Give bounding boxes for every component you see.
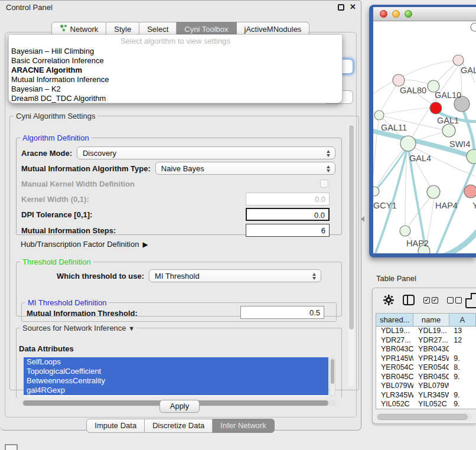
hub-definition-label: Hub/Transcription Factor Definition xyxy=(21,240,139,249)
tab-discretize-data[interactable]: Discretize Data xyxy=(145,419,213,433)
network-window-titlebar[interactable] xyxy=(373,7,476,21)
table-cell: YBL079W xyxy=(413,381,449,391)
algorithm-option[interactable]: Bayesian – K2 xyxy=(9,84,342,94)
network-node[interactable] xyxy=(471,23,476,31)
network-edge xyxy=(373,117,379,175)
deselect-all-checkboxes-icon[interactable] xyxy=(447,297,462,304)
network-tree-icon xyxy=(60,24,67,34)
table-row[interactable]: YER054CYER054C8. xyxy=(376,363,476,373)
table-header-row: shared...nameA xyxy=(376,314,476,327)
network-edge xyxy=(382,107,432,115)
expand-arrow-icon: ▶ xyxy=(142,240,148,249)
network-node-label: HAP4 xyxy=(435,201,458,210)
data-attribute-item[interactable]: gal4RGexp xyxy=(24,386,328,395)
dpi-tolerance-field[interactable]: 0.0 xyxy=(246,208,330,221)
table-cell: YER054C xyxy=(376,363,413,373)
data-attribute-item[interactable]: TopologicalCoefficient xyxy=(24,367,328,376)
tab-infer-network[interactable]: Infer Network xyxy=(213,419,274,433)
table-cell: 9. xyxy=(449,354,476,364)
data-attribute-item[interactable]: BetweennessCentrality xyxy=(24,376,328,386)
algorithm-option[interactable]: ARACNE Algorithm xyxy=(9,66,342,75)
table-row[interactable]: YPR145WYPR145W9. xyxy=(376,354,476,364)
node-table: shared...nameA YDL19...YDL19...13YDR27..… xyxy=(376,313,476,409)
table-row[interactable]: YBL079WYBL079W xyxy=(376,381,476,391)
network-node-gal1[interactable] xyxy=(430,102,442,114)
mi-type-value: Naive Bayes xyxy=(161,164,204,173)
mi-steps-field[interactable]: 6 xyxy=(246,224,330,237)
apply-button[interactable]: Apply xyxy=(159,400,200,413)
table-row[interactable]: YDL19...YDL19...13 xyxy=(376,327,476,336)
which-threshold-label: Which threshold to use: xyxy=(57,272,144,281)
network-node-gal80[interactable] xyxy=(393,74,405,86)
attributes-vertical-scrollbar[interactable] xyxy=(330,357,335,396)
table-row[interactable]: YBR043CYBR043C xyxy=(376,345,476,354)
network-node-hap2[interactable] xyxy=(400,226,410,236)
kernel-width-field[interactable]: 0.0 xyxy=(246,193,330,206)
table-horizontal-scrollbar[interactable] xyxy=(376,413,472,420)
data-attribute-item[interactable]: SelfLoops xyxy=(24,357,328,367)
table-row[interactable]: YBR045CYBR045C9. xyxy=(376,373,476,382)
column-layout-icon[interactable] xyxy=(403,295,415,305)
tab-label: Network xyxy=(70,25,99,34)
mi-steps-label: Mutual Information Steps: xyxy=(21,226,116,235)
network-node-label: SWI4 xyxy=(449,139,470,149)
table-row[interactable]: YIL052CYIL052C9. xyxy=(376,400,476,409)
algorithm-option[interactable]: Dream8 DC_TDC Algorithm xyxy=(9,94,342,103)
algorithm-option[interactable]: Mutual Information Inference xyxy=(9,75,342,84)
threshold-definition-title: Threshold Definition xyxy=(20,257,93,266)
network-node-y[interactable] xyxy=(464,185,476,198)
network-node-gal4[interactable] xyxy=(400,136,416,151)
window-minimize-traffic-icon[interactable] xyxy=(392,10,400,18)
algorithm-option[interactable]: Basic Correlation Inference xyxy=(9,56,342,66)
tab-label: Discretize Data xyxy=(152,421,204,430)
aracne-mode-combo[interactable]: Discovery xyxy=(77,146,335,159)
float-window-icon[interactable] xyxy=(338,4,344,11)
table-cell: YBL079W xyxy=(376,381,413,391)
network-node[interactable] xyxy=(467,149,476,164)
network-node-hap4[interactable] xyxy=(427,185,440,198)
table-cell: YDR27... xyxy=(376,336,413,345)
control-panel-window: Control Panel ✕ NetworkStyleSelectCyni T… xyxy=(0,0,361,431)
gear-icon[interactable] xyxy=(383,295,394,305)
which-threshold-combo[interactable]: MI Threshold xyxy=(149,269,321,282)
mi-type-combo[interactable]: Naive Bayes xyxy=(155,162,335,175)
tab-impute-data[interactable]: Impute Data xyxy=(86,419,145,433)
table-column-header[interactable]: A xyxy=(449,314,476,327)
network-node-swi4[interactable] xyxy=(442,124,455,137)
manual-kernel-label: Manual Kernel Width Definition xyxy=(21,180,135,188)
mi-threshold-group: MI Threshold Definition Mutual Informati… xyxy=(21,298,337,322)
network-node-label: GAL80 xyxy=(400,86,426,95)
which-threshold-value: MI Threshold xyxy=(155,272,200,281)
table-cell: YLR345W xyxy=(376,391,413,400)
select-all-checkboxes-icon[interactable]: ✓✓ xyxy=(423,297,438,304)
collapsed-panel-icon[interactable] xyxy=(5,444,18,450)
split-pane-collapse-icon[interactable] xyxy=(361,216,364,222)
table-row[interactable]: YDR27...YDR27...12 xyxy=(376,336,476,345)
network-node-gal[interactable] xyxy=(453,55,464,66)
hub-definition-toggle[interactable]: Hub/Transcription Factor Definition▶ xyxy=(21,240,148,249)
collapse-arrow-icon[interactable]: ▼ xyxy=(128,325,135,332)
network-node-gcy1[interactable] xyxy=(373,187,379,196)
table-cell: 9. xyxy=(449,391,476,400)
network-node-label: GAL10 xyxy=(435,90,461,100)
cyni-algorithm-settings-title: Cyni Algorithm Settings xyxy=(14,112,97,120)
settings-vertical-scrollbar[interactable] xyxy=(348,124,354,386)
window-zoom-traffic-icon[interactable] xyxy=(405,10,412,18)
network-node-label: Y xyxy=(472,201,476,210)
network-view-window: GALGAL80GAL10GAL1SWI4GAL11GAL4GCY1HAP4YH… xyxy=(369,5,476,257)
window-close-traffic-icon[interactable] xyxy=(380,10,387,18)
manual-kernel-checkbox[interactable] xyxy=(320,180,328,188)
table-cell: YIL052C xyxy=(376,400,413,409)
close-icon[interactable]: ✕ xyxy=(350,2,356,11)
table-body: YDL19...YDL19...13YDR27...YDR27...12YBR0… xyxy=(376,327,476,409)
kernel-width-label: Kernel Width (0,1): xyxy=(21,195,89,204)
algorithm-option[interactable]: Bayesian – Hill Climbing xyxy=(9,47,342,56)
table-column-header[interactable]: name xyxy=(413,314,449,327)
mi-threshold-field[interactable]: 0.5 xyxy=(240,306,324,319)
network-node-gal11[interactable] xyxy=(374,110,384,120)
table-row[interactable]: YLR345WYLR345W9. xyxy=(376,391,476,400)
table-column-header[interactable]: shared... xyxy=(376,314,413,327)
table-cell xyxy=(449,381,476,391)
network-canvas[interactable]: GALGAL80GAL10GAL1SWI4GAL11GAL4GCY1HAP4YH… xyxy=(373,21,476,253)
document-icon[interactable] xyxy=(465,293,476,308)
